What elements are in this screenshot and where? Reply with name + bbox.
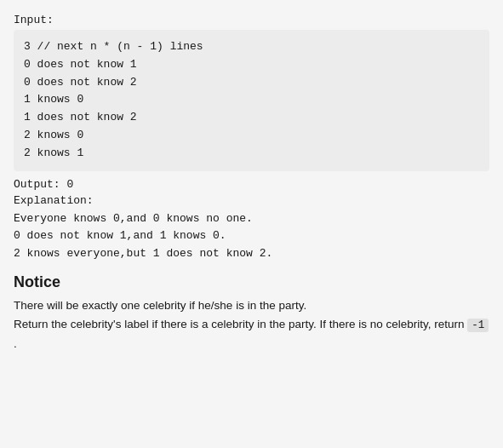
explanation-line-1: Everyone knows 0,and 0 knows no one.	[14, 210, 489, 228]
output-label: Output: 0	[14, 178, 489, 191]
notice-title: Notice	[14, 273, 489, 291]
inline-code-minus1: -1	[467, 319, 489, 332]
explanation-line-3: 2 knows everyone,but 1 does not know 2.	[14, 245, 489, 263]
notice-text-part1: Return the celebrity's label if there is…	[14, 318, 465, 330]
explanation-block: Explanation: Everyone knows 0,and 0 know…	[14, 194, 489, 263]
main-container: Input: 3 // next n * (n - 1) lines 0 doe…	[0, 0, 503, 448]
code-block: 3 // next n * (n - 1) lines 0 does not k…	[14, 30, 489, 171]
notice-section: Notice There will be exactly one celebri…	[14, 273, 489, 353]
notice-paragraph-2: Return the celebrity's label if there is…	[14, 315, 489, 353]
input-label: Input:	[14, 14, 489, 26]
explanation-label: Explanation:	[14, 194, 489, 207]
notice-paragraph-1: There will be exactly one celebrity if h…	[14, 296, 489, 315]
explanation-line-2: 0 does not know 1,and 1 knows 0.	[14, 227, 489, 245]
notice-text-end: .	[14, 337, 17, 350]
